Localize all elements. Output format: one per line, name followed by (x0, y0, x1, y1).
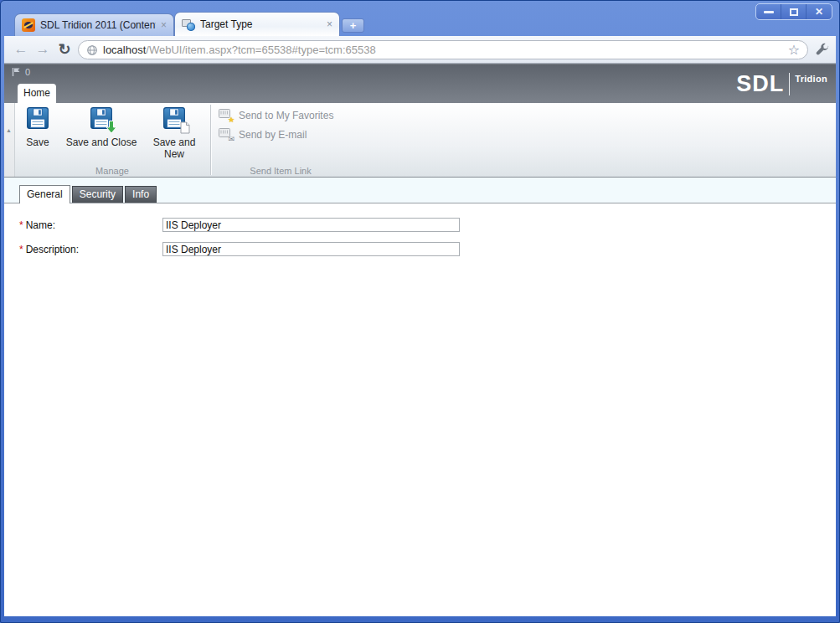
save-and-new-icon (160, 106, 188, 135)
tab-security[interactable]: Security (72, 186, 123, 203)
new-tab-button[interactable]: + (342, 18, 364, 33)
browser-toolbar: ← → ↻ localhost /WebUI/item.aspx?tcm=655… (4, 36, 836, 64)
new-page-icon (180, 121, 190, 136)
globe-icon (86, 44, 98, 56)
tab-info[interactable]: Info (125, 186, 157, 203)
sdl-favicon-icon (22, 18, 35, 32)
browser-tab-target-type[interactable]: Target Type × (174, 12, 340, 36)
send-by-email-label: Send by E-mail (239, 129, 307, 141)
browser-tab-title: SDL Tridion 2011 (Content Ma (40, 19, 156, 31)
email-envelope-icon: ✉ (228, 136, 234, 143)
logo-sdl-text: SDL (736, 73, 784, 95)
send-to-favorites-link[interactable]: ★ Send to My Favorites (219, 109, 333, 121)
notification-flag[interactable]: 0 (11, 67, 30, 77)
green-down-arrow-icon (106, 121, 117, 136)
back-button[interactable]: ← (11, 40, 31, 59)
browser-window: SDL Tridion 2011 (Content Ma × Target Ty… (0, 0, 840, 623)
collapse-arrow-icon: ▲ (6, 127, 12, 133)
bookmark-star-icon[interactable]: ☆ (788, 44, 800, 57)
item-tab-strip: General Security Info (4, 178, 836, 203)
description-field[interactable] (162, 242, 460, 256)
ribbon-group-separator (210, 105, 211, 175)
save-and-close-icon (87, 106, 116, 135)
minimize-icon (764, 11, 774, 13)
description-label: *Description: (19, 244, 79, 255)
browser-tab-title: Target Type (200, 18, 322, 30)
send-favorites-icon: ★ (219, 109, 233, 121)
forward-button[interactable]: → (33, 40, 53, 59)
tab-close-icon[interactable]: × (327, 19, 332, 29)
save-button[interactable]: Save (16, 106, 59, 148)
tab-close-icon[interactable]: × (161, 20, 167, 30)
required-marker: * (19, 219, 23, 231)
settings-wrench-icon[interactable] (815, 43, 830, 61)
flag-icon (11, 67, 21, 77)
minimize-button[interactable] (756, 4, 781, 19)
address-bar[interactable]: localhost /WebUI/item.aspx?tcm=65538#typ… (78, 40, 808, 59)
sdl-tridion-logo: SDL Tridion (736, 73, 827, 95)
save-button-label: Save (16, 136, 59, 148)
app-header: 0 Home SDL Tridion (4, 64, 836, 103)
send-to-favorites-label: Send to My Favorites (239, 110, 333, 121)
notification-count: 0 (25, 67, 30, 77)
maximize-icon (790, 8, 798, 16)
save-and-close-button[interactable]: Save and Close (59, 106, 143, 148)
logo-divider (789, 73, 790, 95)
ribbon-group-manage-label: Manage (16, 166, 209, 176)
save-and-new-label: Save and New (147, 136, 202, 160)
logo-tridion-text: Tridion (795, 74, 827, 84)
ribbon: ▲ Save (4, 103, 836, 178)
name-field[interactable] (162, 218, 460, 232)
ribbon-group-send-item-link-label: Send Item Link (214, 166, 348, 176)
close-icon: ✕ (815, 7, 823, 17)
url-host: localhost (103, 44, 146, 56)
save-floppy-icon (23, 106, 52, 135)
window-controls: ✕ (755, 3, 832, 20)
send-email-icon: ✉ (219, 128, 233, 141)
send-by-email-link[interactable]: ✉ Send by E-mail (219, 128, 307, 141)
maximize-button[interactable] (781, 4, 807, 19)
browser-tab-sdl-tridion[interactable]: SDL Tridion 2011 (Content Ma × (14, 13, 174, 36)
reload-button[interactable]: ↻ (54, 40, 75, 59)
required-marker: * (19, 244, 23, 255)
ribbon-collapse-strip[interactable]: ▲ (4, 103, 15, 177)
tab-general[interactable]: General (19, 185, 70, 203)
url-path: /WebUI/item.aspx?tcm=65538#type=tcm:6553… (146, 44, 375, 56)
name-label: *Name: (19, 219, 55, 231)
item-form: *Name: *Description: (4, 203, 836, 616)
titlebar: SDL Tridion 2011 (Content Ma × Target Ty… (4, 1, 836, 36)
target-type-favicon-icon (182, 18, 195, 31)
ribbon-tab-home[interactable]: Home (18, 84, 56, 103)
save-and-close-label: Save and Close (59, 136, 143, 148)
save-and-new-button[interactable]: Save and New (147, 106, 202, 160)
close-button[interactable]: ✕ (807, 4, 832, 19)
favorites-star-icon: ★ (228, 116, 234, 124)
